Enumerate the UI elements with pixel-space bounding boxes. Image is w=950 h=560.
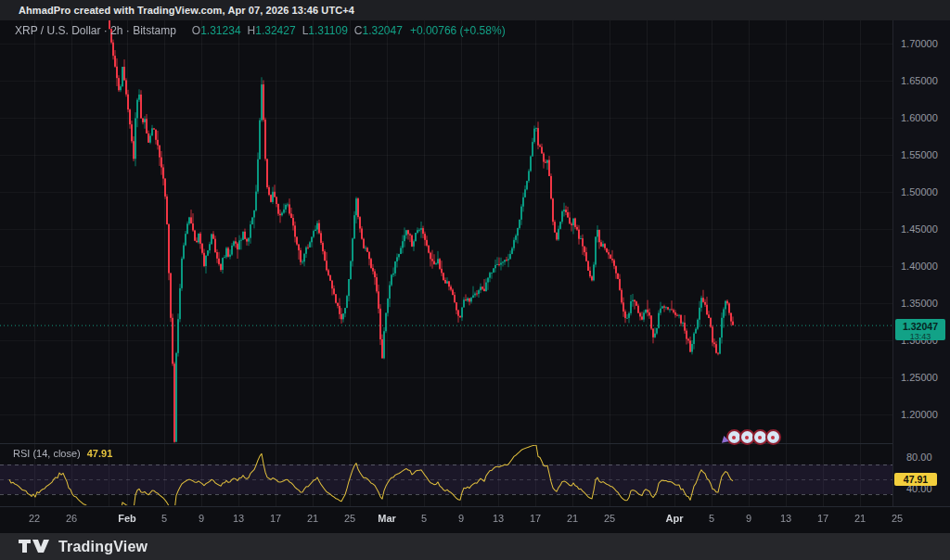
price-axis[interactable]: 1.700001.650001.600001.550001.500001.450… [892, 20, 950, 506]
price-chart-canvas[interactable] [0, 0, 950, 560]
time-tick-label: 9 [199, 513, 204, 524]
time-tick-label: 25 [604, 513, 615, 524]
rsi-title[interactable]: RSI (14, close) [13, 448, 81, 459]
price-tick-label: 1.60000 [901, 112, 938, 123]
open-label: O [192, 24, 200, 37]
attribution-bar: AhmadPro created with TradingView.com, A… [0, 0, 950, 20]
price-tick-label: 1.65000 [901, 75, 938, 86]
time-tick-label: 13 [233, 513, 244, 524]
time-tick-label: 9 [746, 513, 751, 524]
time-tick-label: 17 [270, 513, 281, 524]
change-value: +0.00766 (+0.58%) [410, 24, 506, 37]
time-tick-label: 22 [29, 513, 40, 524]
tradingview-logo-text[interactable]: TradingView [58, 539, 148, 555]
time-tick-label: 17 [817, 513, 828, 524]
time-tick-label: 26 [66, 513, 77, 524]
rsi-value-badge: 47.91 [894, 473, 937, 486]
footer-bar: TradingView [0, 533, 950, 560]
price-tick-label: 1.50000 [901, 186, 938, 197]
time-tick-label: 21 [567, 513, 578, 524]
last-price-badge: 1.32047 13:43 [895, 319, 945, 340]
price-tick-label: 1.35000 [901, 298, 938, 309]
time-tick-label: 9 [458, 513, 464, 524]
high-value: 1.32427 [255, 24, 295, 37]
time-tick-label: 13 [493, 513, 504, 524]
price-tick-label: 1.20000 [901, 409, 938, 420]
emoji-sticker[interactable] [765, 429, 781, 445]
symbol-legend[interactable]: XRP / U.S. Dollar · 2h · BitstampO1.3123… [15, 24, 506, 37]
symbol-title[interactable]: XRP / U.S. Dollar · 2h · Bitstamp [15, 24, 176, 37]
close-value: 1.32047 [363, 24, 403, 37]
tradingview-logo-icon[interactable] [19, 540, 50, 554]
rsi-value: 47.91 [87, 448, 113, 459]
time-tick-label: Apr [666, 513, 684, 524]
high-label: H [248, 24, 256, 37]
price-tick-label: 1.40000 [901, 261, 938, 272]
time-tick-label: 21 [854, 513, 866, 524]
time-tick-label: 5 [161, 513, 167, 524]
open-value: 1.31234 [200, 24, 240, 37]
attribution-text: AhmadPro created with TradingView.com, A… [19, 5, 354, 16]
time-tick-label: 13 [780, 513, 791, 524]
time-tick-label: 25 [344, 513, 355, 524]
price-tick-label: 1.70000 [901, 38, 938, 49]
price-tick-label: 1.55000 [901, 149, 938, 160]
time-tick-label: 17 [530, 513, 541, 524]
last-price-value: 1.32047 [895, 319, 945, 332]
time-tick-label: 25 [892, 513, 903, 524]
time-tick-label: 5 [421, 513, 427, 524]
rsi-legend[interactable]: RSI (14, close)47.91 [13, 448, 112, 459]
emoji-sticker-group[interactable] [729, 429, 781, 445]
rsi-tick-label: 80.00 [906, 452, 932, 463]
bar-countdown-timer: 13:43 [895, 332, 945, 341]
price-tick-label: 1.25000 [901, 372, 938, 383]
low-value: 1.31109 [308, 24, 348, 37]
time-axis[interactable]: 2226Feb5913172125Mar5913172125Apr5913172… [0, 506, 950, 533]
price-tick-label: 1.45000 [901, 223, 938, 235]
time-tick-label: Feb [118, 513, 136, 524]
tradingview-chart-snapshot: AhmadPro created with TradingView.com, A… [0, 0, 950, 560]
time-tick-label: Mar [378, 513, 396, 524]
close-label: C [354, 24, 363, 37]
time-tick-label: 5 [709, 513, 714, 524]
time-tick-label: 21 [307, 513, 318, 524]
